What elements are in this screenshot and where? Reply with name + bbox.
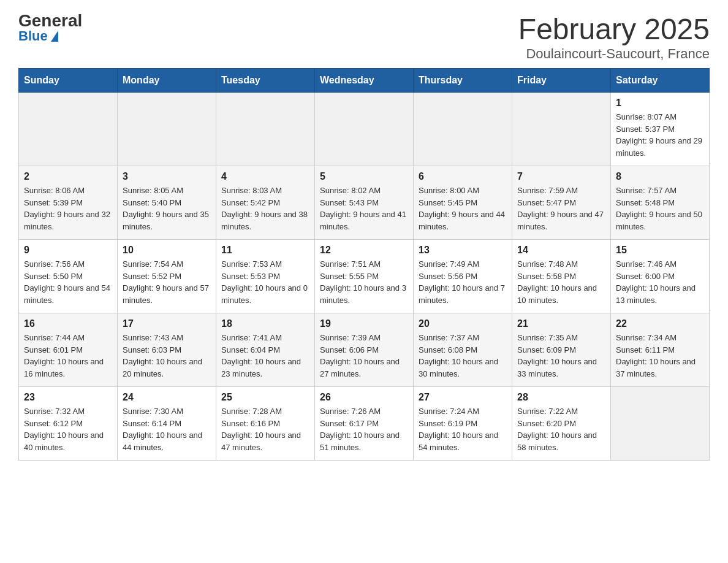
week-row-3: 16Sunrise: 7:44 AMSunset: 6:01 PMDayligh… — [19, 313, 710, 387]
day-number: 16 — [24, 318, 112, 329]
day-info: Sunrise: 7:41 AMSunset: 6:04 PMDaylight:… — [221, 332, 309, 380]
day-number: 19 — [320, 318, 408, 329]
calendar-cell: 22Sunrise: 7:34 AMSunset: 6:11 PMDayligh… — [611, 313, 710, 387]
day-number: 27 — [419, 392, 507, 403]
calendar-cell: 12Sunrise: 7:51 AMSunset: 5:55 PMDayligh… — [315, 240, 414, 313]
calendar-cell: 14Sunrise: 7:48 AMSunset: 5:58 PMDayligh… — [512, 240, 611, 313]
logo: General Blue — [18, 12, 82, 43]
calendar-cell — [512, 93, 611, 166]
day-number: 17 — [123, 318, 211, 329]
week-row-1: 2Sunrise: 8:06 AMSunset: 5:39 PMDaylight… — [19, 166, 710, 240]
day-info: Sunrise: 7:22 AMSunset: 6:20 PMDaylight:… — [517, 405, 605, 453]
day-number: 3 — [123, 171, 211, 182]
calendar-cell: 24Sunrise: 7:30 AMSunset: 6:14 PMDayligh… — [118, 387, 216, 461]
day-info: Sunrise: 8:02 AMSunset: 5:43 PMDaylight:… — [320, 185, 408, 232]
day-info: Sunrise: 7:37 AMSunset: 6:08 PMDaylight:… — [419, 332, 507, 380]
day-info: Sunrise: 7:43 AMSunset: 6:03 PMDaylight:… — [123, 332, 211, 380]
day-info: Sunrise: 7:51 AMSunset: 5:55 PMDaylight:… — [320, 258, 408, 306]
day-number: 5 — [320, 171, 408, 182]
calendar-cell: 4Sunrise: 8:03 AMSunset: 5:42 PMDaylight… — [216, 166, 315, 240]
day-number: 6 — [419, 171, 507, 182]
weekday-header-saturday: Saturday — [611, 69, 710, 93]
day-info: Sunrise: 7:46 AMSunset: 6:00 PMDaylight:… — [616, 258, 704, 306]
day-number: 28 — [517, 392, 605, 403]
calendar-cell: 26Sunrise: 7:26 AMSunset: 6:17 PMDayligh… — [315, 387, 414, 461]
day-number: 10 — [123, 245, 211, 256]
day-info: Sunrise: 7:48 AMSunset: 5:58 PMDaylight:… — [517, 258, 605, 306]
day-number: 20 — [419, 318, 507, 329]
day-number: 23 — [24, 392, 112, 403]
day-info: Sunrise: 7:44 AMSunset: 6:01 PMDaylight:… — [24, 332, 112, 380]
day-number: 13 — [419, 245, 507, 256]
calendar-cell: 20Sunrise: 7:37 AMSunset: 6:08 PMDayligh… — [414, 313, 512, 387]
calendar-cell: 21Sunrise: 7:35 AMSunset: 6:09 PMDayligh… — [512, 313, 611, 387]
calendar-cell: 17Sunrise: 7:43 AMSunset: 6:03 PMDayligh… — [118, 313, 216, 387]
calendar-cell: 23Sunrise: 7:32 AMSunset: 6:12 PMDayligh… — [19, 387, 118, 461]
calendar-cell: 25Sunrise: 7:28 AMSunset: 6:16 PMDayligh… — [216, 387, 315, 461]
day-info: Sunrise: 7:54 AMSunset: 5:52 PMDaylight:… — [123, 258, 211, 306]
day-number: 7 — [517, 171, 605, 182]
calendar-cell: 5Sunrise: 8:02 AMSunset: 5:43 PMDaylight… — [315, 166, 414, 240]
calendar-cell: 10Sunrise: 7:54 AMSunset: 5:52 PMDayligh… — [118, 240, 216, 313]
logo-blue-text: Blue — [18, 29, 58, 43]
calendar-cell — [414, 93, 512, 166]
calendar-cell: 1Sunrise: 8:07 AMSunset: 5:37 PMDaylight… — [611, 93, 710, 166]
day-number: 24 — [123, 392, 211, 403]
day-number: 9 — [24, 245, 112, 256]
day-number: 1 — [616, 98, 704, 109]
day-info: Sunrise: 7:24 AMSunset: 6:19 PMDaylight:… — [419, 405, 507, 453]
calendar-cell — [19, 93, 118, 166]
day-number: 15 — [616, 245, 704, 256]
weekday-header-wednesday: Wednesday — [315, 69, 414, 93]
day-info: Sunrise: 7:32 AMSunset: 6:12 PMDaylight:… — [24, 405, 112, 453]
day-number: 25 — [221, 392, 309, 403]
day-info: Sunrise: 8:03 AMSunset: 5:42 PMDaylight:… — [221, 185, 309, 232]
page-header: General Blue February 2025 Doulaincourt-… — [18, 12, 710, 62]
day-number: 12 — [320, 245, 408, 256]
calendar-cell — [216, 93, 315, 166]
day-info: Sunrise: 7:28 AMSunset: 6:16 PMDaylight:… — [221, 405, 309, 453]
weekday-header-sunday: Sunday — [19, 69, 118, 93]
day-info: Sunrise: 7:35 AMSunset: 6:09 PMDaylight:… — [517, 332, 605, 380]
week-row-0: 1Sunrise: 8:07 AMSunset: 5:37 PMDaylight… — [19, 93, 710, 166]
weekday-header-tuesday: Tuesday — [216, 69, 315, 93]
day-number: 11 — [221, 245, 309, 256]
calendar-cell: 2Sunrise: 8:06 AMSunset: 5:39 PMDaylight… — [19, 166, 118, 240]
day-number: 2 — [24, 171, 112, 182]
calendar-cell: 3Sunrise: 8:05 AMSunset: 5:40 PMDaylight… — [118, 166, 216, 240]
calendar-cell: 16Sunrise: 7:44 AMSunset: 6:01 PMDayligh… — [19, 313, 118, 387]
day-info: Sunrise: 7:34 AMSunset: 6:11 PMDaylight:… — [616, 332, 704, 380]
day-info: Sunrise: 7:57 AMSunset: 5:48 PMDaylight:… — [616, 185, 704, 232]
day-number: 21 — [517, 318, 605, 329]
calendar-cell — [315, 93, 414, 166]
day-number: 14 — [517, 245, 605, 256]
day-info: Sunrise: 7:26 AMSunset: 6:17 PMDaylight:… — [320, 405, 408, 453]
day-number: 18 — [221, 318, 309, 329]
weekday-header-friday: Friday — [512, 69, 611, 93]
calendar-table: SundayMondayTuesdayWednesdayThursdayFrid… — [18, 68, 710, 461]
calendar-cell: 6Sunrise: 8:00 AMSunset: 5:45 PMDaylight… — [414, 166, 512, 240]
logo-triangle-icon — [51, 31, 58, 42]
weekday-header-monday: Monday — [118, 69, 216, 93]
calendar-cell: 15Sunrise: 7:46 AMSunset: 6:00 PMDayligh… — [611, 240, 710, 313]
calendar-cell: 18Sunrise: 7:41 AMSunset: 6:04 PMDayligh… — [216, 313, 315, 387]
day-info: Sunrise: 7:30 AMSunset: 6:14 PMDaylight:… — [123, 405, 211, 453]
calendar-cell — [611, 387, 710, 461]
day-info: Sunrise: 7:59 AMSunset: 5:47 PMDaylight:… — [517, 185, 605, 232]
day-info: Sunrise: 8:06 AMSunset: 5:39 PMDaylight:… — [24, 185, 112, 232]
calendar-cell: 28Sunrise: 7:22 AMSunset: 6:20 PMDayligh… — [512, 387, 611, 461]
day-number: 4 — [221, 171, 309, 182]
day-info: Sunrise: 8:07 AMSunset: 5:37 PMDaylight:… — [616, 111, 704, 159]
weekday-header-row: SundayMondayTuesdayWednesdayThursdayFrid… — [19, 69, 710, 93]
location-title: Doulaincourt-Saucourt, France — [518, 46, 710, 62]
day-info: Sunrise: 7:49 AMSunset: 5:56 PMDaylight:… — [419, 258, 507, 306]
week-row-2: 9Sunrise: 7:56 AMSunset: 5:50 PMDaylight… — [19, 240, 710, 313]
logo-general-text: General — [18, 12, 82, 29]
day-info: Sunrise: 8:05 AMSunset: 5:40 PMDaylight:… — [123, 185, 211, 232]
calendar-cell: 19Sunrise: 7:39 AMSunset: 6:06 PMDayligh… — [315, 313, 414, 387]
calendar-cell: 7Sunrise: 7:59 AMSunset: 5:47 PMDaylight… — [512, 166, 611, 240]
week-row-4: 23Sunrise: 7:32 AMSunset: 6:12 PMDayligh… — [19, 387, 710, 461]
calendar-cell: 11Sunrise: 7:53 AMSunset: 5:53 PMDayligh… — [216, 240, 315, 313]
weekday-header-thursday: Thursday — [414, 69, 512, 93]
day-number: 8 — [616, 171, 704, 182]
